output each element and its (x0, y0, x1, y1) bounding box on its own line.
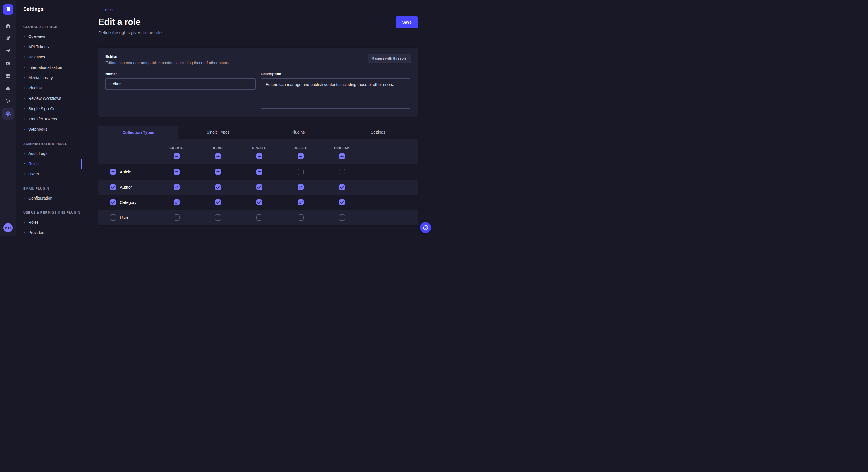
subnav-item-review-workflows[interactable]: Review Workflows (17, 93, 82, 103)
checkbox-article-publish[interactable] (339, 169, 345, 175)
name-field-group: Name* (105, 72, 256, 110)
column-read: Read (197, 144, 239, 159)
back-label: Back (105, 8, 113, 12)
tab-collection-types[interactable]: Collection Types (98, 126, 178, 139)
subnav-item-api-tokens[interactable]: API Tokens (17, 42, 82, 52)
subnav-item-users[interactable]: Users (17, 169, 82, 179)
description-field-group: Description Editors can manage and publi… (261, 72, 411, 110)
main-content: ← Back Edit a role Save Define the right… (82, 0, 434, 236)
workspace-logo-cell (0, 0, 16, 19)
row-label: Author (120, 185, 132, 190)
subnav-item-media-library[interactable]: Media Library (17, 72, 82, 83)
checkbox-all-update[interactable] (256, 153, 262, 159)
permissions-section: Collection Types Single Types Plugins Se… (98, 126, 418, 225)
checkbox-article-delete[interactable] (298, 169, 304, 175)
column-label-delete: Delete (293, 146, 308, 149)
permission-row-user: User (98, 210, 418, 225)
nav-home[interactable] (0, 19, 16, 32)
subnav-item-roles-admin[interactable]: Roles (17, 159, 82, 169)
checkbox-article-all[interactable] (110, 169, 116, 175)
checkbox-user-create[interactable] (174, 214, 180, 221)
checkbox-user-delete[interactable] (298, 214, 304, 221)
paper-plane-icon (5, 48, 11, 54)
tab-single-types[interactable]: Single Types (178, 126, 258, 139)
subnav-item-configuration[interactable]: Configuration (17, 193, 82, 203)
bullet-icon (24, 129, 25, 130)
checkbox-author-delete[interactable] (298, 184, 304, 190)
section-label-global-settings: Global Settings (17, 25, 82, 28)
column-publish: Publish (321, 144, 363, 159)
checkbox-user-publish[interactable] (339, 214, 345, 221)
description-field-label: Description (261, 72, 411, 76)
checkbox-all-read[interactable] (215, 153, 221, 159)
user-avatar[interactable]: KD (3, 223, 12, 232)
strapi-logo-icon[interactable] (3, 4, 13, 14)
nav-releases[interactable] (0, 44, 16, 57)
subnav-item-single-sign-on[interactable]: Single Sign-On (17, 103, 82, 114)
nav-content-type-builder[interactable] (0, 70, 16, 82)
bullet-icon (24, 36, 25, 37)
subnav-item-plugins[interactable]: Plugins (17, 83, 82, 93)
checkbox-category-update[interactable] (256, 199, 262, 205)
checkbox-category-all[interactable] (110, 199, 116, 205)
subnav-item-roles-up[interactable]: Roles (17, 217, 82, 227)
tab-settings[interactable]: Settings (338, 126, 418, 139)
nav-settings-active-pill (2, 108, 14, 120)
bullet-icon (24, 88, 25, 89)
checkbox-user-read[interactable] (215, 214, 221, 221)
page-subtitle: Define the rights given to the role (98, 30, 418, 35)
checkbox-article-read[interactable] (215, 169, 221, 175)
help-button[interactable]: ? (420, 222, 431, 233)
back-arrow-icon: ← (98, 8, 103, 12)
subnav-scrollbar-thumb[interactable] (81, 159, 82, 169)
checkbox-article-update[interactable] (256, 169, 262, 175)
name-input[interactable] (105, 78, 256, 90)
save-button[interactable]: Save (396, 16, 418, 28)
checkbox-category-read[interactable] (215, 199, 221, 205)
checkbox-all-create[interactable] (174, 153, 180, 159)
bullet-icon (24, 46, 25, 47)
subnav-item-transfer-tokens[interactable]: Transfer Tokens (17, 114, 82, 124)
checkbox-all-delete[interactable] (298, 153, 304, 159)
subnav-item-webhooks[interactable]: Webhooks (17, 124, 82, 134)
nav-settings[interactable] (0, 107, 16, 120)
nav-deploy[interactable] (0, 82, 16, 95)
description-textarea[interactable]: Editors can manage and publish contents … (261, 78, 411, 109)
nav-content-manager[interactable] (0, 32, 16, 44)
checkbox-category-publish[interactable] (339, 199, 345, 205)
bullet-icon (24, 119, 25, 120)
subnav-item-providers[interactable]: Providers (17, 227, 82, 236)
checkbox-author-update[interactable] (256, 184, 262, 190)
checkbox-category-create[interactable] (174, 199, 180, 205)
global-settings-list: Overview API Tokens Releases Internation… (17, 31, 82, 134)
subnav-item-overview[interactable]: Overview (17, 31, 82, 42)
checkbox-user-update[interactable] (256, 214, 262, 221)
required-asterisk: * (116, 72, 117, 76)
checkbox-author-create[interactable] (174, 184, 180, 190)
subnav-divider (23, 17, 30, 18)
tab-plugins[interactable]: Plugins (258, 126, 338, 139)
feather-icon (5, 36, 11, 41)
row-label: Article (120, 170, 131, 174)
question-mark-icon: ? (423, 225, 429, 231)
svg-text:?: ? (425, 226, 426, 229)
checkbox-author-read[interactable] (215, 184, 221, 190)
checkbox-author-all[interactable] (110, 184, 116, 190)
subnav-title: Settings (17, 6, 82, 12)
subnav-item-releases[interactable]: Releases (17, 52, 82, 62)
back-link[interactable]: ← Back (98, 8, 113, 12)
nav-media-library[interactable] (0, 57, 16, 70)
checkbox-all-publish[interactable] (339, 153, 345, 159)
checkbox-author-publish[interactable] (339, 184, 345, 190)
checkbox-user-all[interactable] (110, 214, 116, 221)
bullet-icon (24, 173, 25, 175)
role-details-card: Editor Editors can manage and publish co… (98, 47, 418, 117)
subnav-item-internationalization[interactable]: Internationalization (17, 62, 82, 72)
column-create: Create (156, 144, 197, 159)
nav-marketplace[interactable] (0, 95, 16, 107)
bullet-icon (24, 163, 25, 164)
subnav-item-audit-logs[interactable]: Audit Logs (17, 148, 82, 159)
checkbox-article-create[interactable] (174, 169, 180, 175)
checkbox-category-delete[interactable] (298, 199, 304, 205)
users-with-role-badge[interactable]: 0 users with this role (368, 54, 411, 63)
